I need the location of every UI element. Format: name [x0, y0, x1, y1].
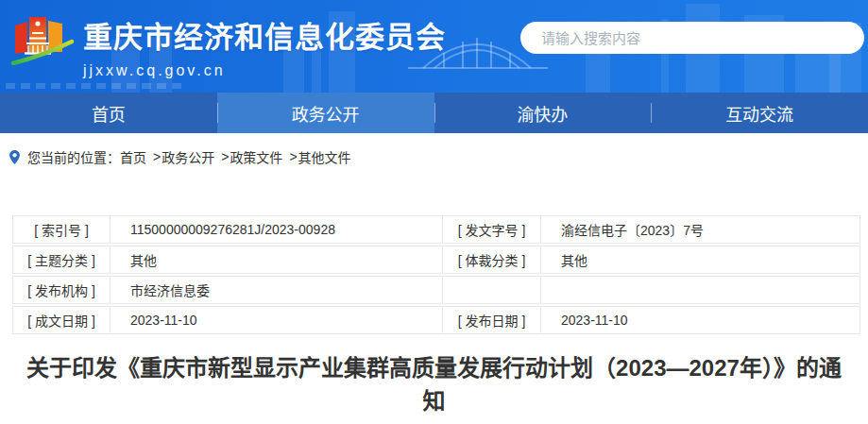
- meta-value-issuing-agency: 市经济信息委: [111, 277, 443, 303]
- site-url: jjxxw.cq.gov.cn: [83, 62, 446, 79]
- page-title: 关于印发《重庆市新型显示产业集群高质量发展行动计划（2023—2027年）》的通…: [19, 351, 850, 417]
- breadcrumb-separator: >: [153, 149, 161, 164]
- breadcrumb-prefix: 您当前的位置：: [27, 147, 120, 166]
- table-row: [ 索引号 ] 11500000009276281J/2023-00928 [ …: [12, 215, 860, 244]
- meta-label-genre-category: [ 体裁分类 ]: [443, 246, 541, 273]
- nav-item-interaction[interactable]: 互动交流: [651, 93, 868, 133]
- breadcrumb-separator: >: [289, 149, 297, 164]
- site-logo-great-hall-icon: [9, 8, 77, 79]
- meta-label-publish-date: [ 发布日期 ]: [443, 307, 541, 333]
- table-row: [ 主题分类 ] 其他 [ 体裁分类 ] 其他: [12, 246, 860, 274]
- meta-value-publish-date: 2023-11-10: [541, 307, 859, 333]
- breadcrumb-separator: >: [221, 149, 229, 164]
- meta-value-index-number: 11500000009276281J/2023-00928: [111, 216, 443, 243]
- table-row: [ 发布机构 ] 市经济信息委: [12, 276, 860, 304]
- meta-value-written-date: 2023-11-10: [111, 307, 443, 333]
- meta-label-empty: [443, 277, 541, 303]
- site-identity: 重庆市经济和信息化委员会 jjxxw.cq.gov.cn: [83, 13, 446, 79]
- nav-item-home[interactable]: 首页: [0, 93, 217, 133]
- location-pin-icon: [9, 149, 21, 165]
- document-meta-table: [ 索引号 ] 11500000009276281J/2023-00928 [ …: [12, 215, 860, 334]
- breadcrumb-home[interactable]: 首页: [120, 147, 146, 166]
- nav-item-yukuaiban[interactable]: 渝快办: [434, 93, 652, 133]
- breadcrumb-other-files[interactable]: 其他文件: [298, 147, 351, 166]
- meta-value-genre-category: 其他: [541, 246, 859, 273]
- meta-label-index-number: [ 索引号 ]: [13, 216, 111, 243]
- meta-label-written-date: [ 成文日期 ]: [13, 307, 111, 333]
- breadcrumb: 您当前的位置： 首页 > 政务公开 > 政策文件 > 其他文件: [0, 133, 868, 166]
- main-nav: 首页 政务公开 渝快办 互动交流: [0, 93, 868, 133]
- meta-value-topic-category: 其他: [111, 246, 443, 273]
- search-input[interactable]: [541, 30, 834, 46]
- site-title: 重庆市经济和信息化委员会: [83, 13, 446, 56]
- breadcrumb-gov-info[interactable]: 政务公开: [162, 147, 214, 166]
- meta-label-issuing-agency: [ 发布机构 ]: [13, 277, 111, 303]
- meta-value-doc-number: 渝经信电子〔2023〕7号: [541, 216, 859, 243]
- meta-label-doc-number: [ 发文字号 ]: [443, 216, 541, 243]
- nav-item-gov-info[interactable]: 政务公开: [217, 93, 434, 133]
- search-box[interactable]: [520, 22, 864, 54]
- meta-label-topic-category: [ 主题分类 ]: [13, 246, 111, 273]
- breadcrumb-policy-files[interactable]: 政策文件: [230, 147, 282, 166]
- table-row: [ 成文日期 ] 2023-11-10 [ 发布日期 ] 2023-11-10: [12, 306, 860, 334]
- meta-value-empty: [541, 277, 859, 303]
- site-header: 重庆市经济和信息化委员会 jjxxw.cq.gov.cn: [0, 0, 868, 93]
